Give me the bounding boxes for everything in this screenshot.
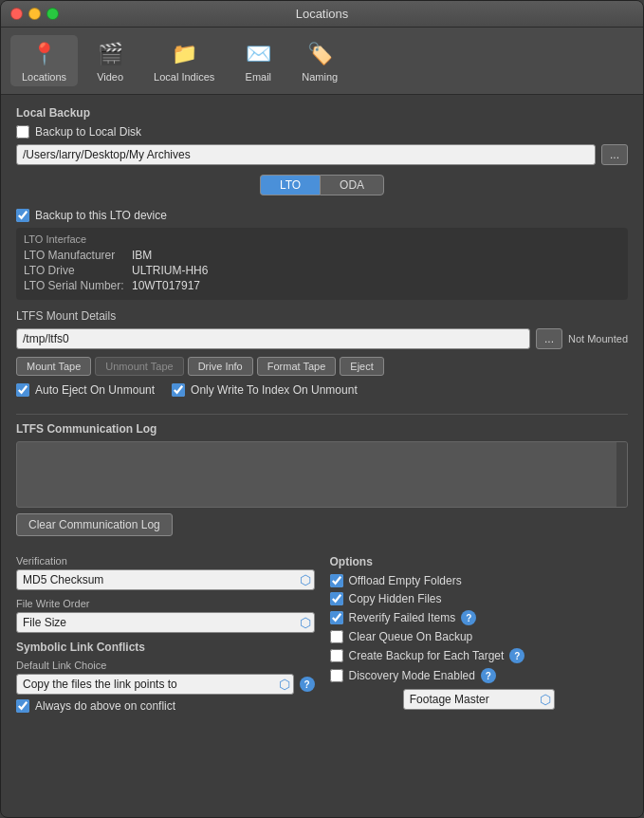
- oda-button[interactable]: ODA: [320, 175, 384, 195]
- drive-info-button[interactable]: Drive Info: [188, 357, 253, 376]
- lto-interface-title: LTO Interface: [24, 233, 620, 245]
- lto-oda-toggle: LTO ODA: [16, 175, 628, 195]
- tape-buttons-row: Mount Tape Unmount Tape Drive Info Forma…: [16, 357, 628, 376]
- reverify-failed-label: Reverify Failed Items: [349, 611, 456, 624]
- log-title: LTFS Communication Log: [16, 422, 628, 436]
- reverify-failed-checkbox[interactable]: [330, 611, 343, 624]
- main-window: Locations 📍 Locations 🎬 Video 📁 Local In…: [0, 0, 644, 818]
- toolbar-item-local-indices[interactable]: 📁 Local Indices: [142, 35, 226, 86]
- file-write-order-label: File Write Order: [16, 598, 315, 609]
- mount-tape-button[interactable]: Mount Tape: [16, 357, 91, 376]
- title-bar: Locations: [1, 1, 643, 28]
- mount-browse-button[interactable]: ...: [536, 328, 562, 349]
- lto-section: Backup to this LTO device LTO Interface …: [16, 209, 628, 300]
- discovery-mode-row: Discovery Mode Enabled ?: [330, 668, 629, 683]
- ltfs-title: LTFS Mount Details: [16, 309, 628, 323]
- locations-icon: 📍: [29, 39, 60, 69]
- ltfs-section: LTFS Mount Details ... Not Mounted Mount…: [16, 309, 628, 402]
- discovery-mode-help-icon[interactable]: ?: [481, 668, 496, 683]
- verification-select[interactable]: MD5 Checksum None SHA1 SHA256: [16, 569, 315, 590]
- video-icon: 🎬: [95, 39, 125, 69]
- toolbar-label-video: Video: [97, 71, 123, 83]
- clear-log-button[interactable]: Clear Communication Log: [16, 513, 173, 536]
- clear-queue-checkbox[interactable]: [330, 630, 343, 643]
- discovery-mode-checkbox[interactable]: [330, 669, 343, 682]
- toolbar-item-locations[interactable]: 📍 Locations: [10, 35, 78, 86]
- maximize-button[interactable]: [46, 8, 59, 20]
- path-input[interactable]: [16, 144, 596, 165]
- toolbar-item-naming[interactable]: 🏷️ Naming: [290, 35, 349, 86]
- backup-lto-label: Backup to this LTO device: [35, 209, 167, 222]
- toolbar-label-email: Email: [246, 71, 272, 83]
- verification-select-wrapper: MD5 Checksum None SHA1 SHA256 ⬡: [16, 569, 315, 590]
- copy-hidden-files-checkbox[interactable]: [330, 592, 343, 605]
- ltfs-options-row: Auto Eject On Unmount Only Write To Inde…: [16, 383, 628, 402]
- offload-empty-folders-checkbox[interactable]: [330, 574, 343, 587]
- clear-queue-row: Clear Queue On Backup: [330, 630, 629, 643]
- divider-1: [16, 414, 628, 415]
- right-options: Options Offload Empty Folders Copy Hidde…: [330, 555, 629, 720]
- auto-eject-label: Auto Eject On Unmount: [35, 383, 155, 397]
- backup-lto-checkbox[interactable]: [16, 209, 29, 222]
- footage-dropdown-row: Footage Master Option 2 Option 3 ⬡: [330, 689, 629, 710]
- sym-link-title: Symbolic Link Conflicts: [16, 641, 315, 654]
- mount-row: ... Not Mounted: [16, 328, 628, 349]
- footage-master-select-wrapper: Footage Master Option 2 Option 3 ⬡: [403, 689, 555, 710]
- options-title: Options: [330, 555, 629, 568]
- email-icon: ✉️: [243, 39, 273, 69]
- log-scrollbar[interactable]: [616, 442, 627, 507]
- backup-to-disk-checkbox[interactable]: [16, 125, 29, 139]
- reverify-failed-help-icon[interactable]: ?: [461, 610, 476, 625]
- auto-eject-checkbox[interactable]: [16, 383, 29, 397]
- eject-button[interactable]: Eject: [340, 357, 383, 376]
- file-write-order-select-wrapper: File Size Alphabetical Date Modified ⬡: [16, 612, 315, 633]
- file-write-order-select[interactable]: File Size Alphabetical Date Modified: [16, 612, 315, 633]
- lto-drive-label: LTO Drive: [24, 264, 128, 277]
- only-write-checkbox[interactable]: [172, 383, 185, 397]
- lto-drive-row: LTO Drive ULTRIUM-HH6: [24, 264, 620, 277]
- minimize-button[interactable]: [28, 8, 41, 20]
- create-backup-each-checkbox[interactable]: [330, 649, 343, 662]
- sym-link-select[interactable]: Copy the files the link points to Skip s…: [16, 674, 294, 695]
- toolbar-label-naming: Naming: [302, 71, 338, 83]
- lto-manufacturer-value: IBM: [132, 249, 152, 262]
- offload-empty-folders-label: Offload Empty Folders: [349, 574, 462, 587]
- content-area: Local Backup Backup to Local Disk ... LT…: [1, 95, 643, 732]
- toolbar-item-email[interactable]: ✉️ Email: [230, 35, 286, 86]
- create-backup-each-row: Create Backup for Each Target ?: [330, 648, 629, 663]
- sym-link-default-label: Default Link Choice: [16, 660, 315, 671]
- always-above-checkbox[interactable]: [16, 699, 29, 713]
- unmount-tape-button[interactable]: Unmount Tape: [95, 357, 183, 376]
- toolbar-item-video[interactable]: 🎬 Video: [82, 35, 138, 86]
- create-backup-each-help-icon[interactable]: ?: [509, 648, 524, 663]
- toolbar-label-local-indices: Local Indices: [154, 71, 214, 83]
- lto-drive-value: ULTRIUM-HH6: [132, 264, 208, 277]
- only-write-label: Only Write To Index On Unmount: [191, 383, 358, 397]
- close-button[interactable]: [10, 8, 23, 20]
- verification-row: Verification MD5 Checksum None SHA1 SHA2…: [16, 555, 315, 590]
- footage-master-select[interactable]: Footage Master Option 2 Option 3: [403, 689, 555, 710]
- copy-hidden-files-label: Copy Hidden Files: [349, 592, 442, 605]
- toolbar-label-locations: Locations: [22, 71, 66, 83]
- reverify-failed-row: Reverify Failed Items ?: [330, 610, 629, 625]
- window-controls: [10, 8, 59, 20]
- toolbar: 📍 Locations 🎬 Video 📁 Local Indices ✉️ E…: [1, 28, 643, 95]
- mount-status: Not Mounted: [568, 333, 628, 344]
- format-tape-button[interactable]: Format Tape: [257, 357, 337, 376]
- discovery-mode-label: Discovery Mode Enabled: [349, 669, 475, 682]
- left-options: Verification MD5 Checksum None SHA1 SHA2…: [16, 555, 315, 720]
- lto-interface-box: LTO Interface LTO Manufacturer IBM LTO D…: [16, 228, 628, 300]
- sym-link-help-icon[interactable]: ?: [300, 677, 315, 692]
- mount-path-input[interactable]: [16, 328, 530, 349]
- offload-empty-folders-row: Offload Empty Folders: [330, 574, 629, 587]
- path-row: ...: [16, 144, 628, 165]
- lto-manufacturer-row: LTO Manufacturer IBM: [24, 249, 620, 262]
- sym-link-section: Symbolic Link Conflicts Default Link Cho…: [16, 641, 315, 713]
- sym-link-select-wrapper: Copy the files the link points to Skip s…: [16, 674, 294, 695]
- backup-lto-row: Backup to this LTO device: [16, 209, 628, 222]
- auto-eject-row: Auto Eject On Unmount: [16, 383, 155, 397]
- file-write-order-row: File Write Order File Size Alphabetical …: [16, 598, 315, 633]
- lto-button[interactable]: LTO: [260, 175, 320, 195]
- local-backup-section: Local Backup Backup to Local Disk ...: [16, 106, 628, 165]
- browse-button[interactable]: ...: [601, 144, 628, 165]
